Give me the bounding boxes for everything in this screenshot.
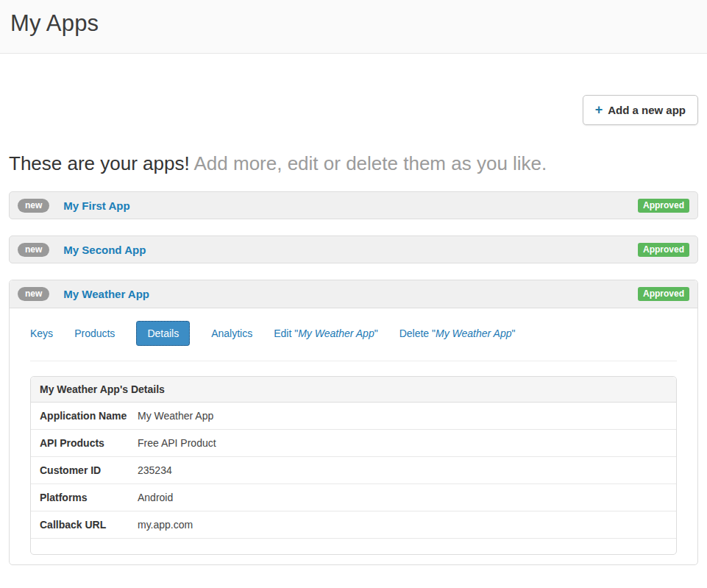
edit-link-suffix: ": [374, 327, 378, 339]
details-table-title: My Weather App's Details: [31, 377, 676, 403]
edit-link-app-name: My Weather App: [298, 327, 374, 339]
tab-details[interactable]: Details: [136, 321, 190, 346]
app-details-table: My Weather App's Details Application Nam…: [30, 376, 677, 555]
detail-label: Application Name: [40, 410, 138, 422]
table-bottom-spacer: [31, 539, 676, 554]
edit-link-prefix: Edit ": [274, 327, 298, 339]
app-link-my-first-app[interactable]: My First App: [63, 199, 129, 212]
detail-label: API Products: [40, 437, 138, 449]
add-new-app-button[interactable]: + Add a new app: [583, 95, 698, 125]
app-row-my-second-app[interactable]: new My Second App Approved: [9, 235, 698, 263]
table-row: API Products Free API Product: [31, 430, 676, 457]
tab-analytics[interactable]: Analytics: [211, 327, 252, 339]
intro-muted-text: Add more, edit or delete them as you lik…: [190, 152, 547, 174]
detail-label: Platforms: [40, 492, 138, 503]
add-new-app-label: Add a new app: [608, 104, 686, 116]
app-link-my-second-app[interactable]: My Second App: [63, 244, 146, 256]
app-tabs: Keys Products Details Analytics Edit "My…: [21, 321, 686, 346]
detail-value: Android: [138, 492, 173, 503]
table-row: Application Name My Weather App: [31, 403, 676, 430]
page-header: My Apps: [0, 0, 707, 54]
detail-value: my.app.com: [138, 519, 193, 531]
plus-icon: +: [595, 105, 603, 115]
main-content: + Add a new app These are your apps! Add…: [0, 95, 707, 565]
tab-products[interactable]: Products: [74, 327, 115, 339]
app-row-my-first-app[interactable]: new My First App Approved: [9, 191, 698, 219]
new-badge: new: [18, 243, 49, 257]
table-row: Callback URL my.app.com: [31, 511, 676, 539]
tabs-separator: [30, 361, 677, 361]
status-badge: Approved: [638, 243, 689, 257]
detail-value: Free API Product: [138, 437, 216, 449]
table-row: Customer ID 235234: [31, 457, 676, 484]
intro-heading: These are your apps! Add more, edit or d…: [9, 152, 698, 175]
intro-strong-text: These are your apps!: [9, 152, 190, 174]
delete-app-link[interactable]: Delete "My Weather App": [399, 327, 516, 339]
delete-link-suffix: ": [512, 327, 516, 339]
edit-app-link[interactable]: Edit "My Weather App": [274, 327, 377, 339]
new-badge: new: [18, 287, 49, 301]
delete-link-app-name: My Weather App: [436, 327, 512, 339]
tab-keys[interactable]: Keys: [30, 327, 53, 339]
app-panel-my-weather-app: new My Weather App Approved Keys Product…: [9, 280, 698, 565]
table-row: Platforms Android: [31, 484, 676, 511]
detail-value: My Weather App: [138, 410, 213, 422]
app-row-my-weather-app[interactable]: new My Weather App Approved: [10, 280, 697, 308]
app-link-my-weather-app[interactable]: My Weather App: [63, 288, 149, 300]
page-title: My Apps: [10, 10, 707, 37]
status-badge: Approved: [638, 287, 689, 301]
detail-label: Callback URL: [40, 519, 138, 531]
detail-label: Customer ID: [40, 464, 138, 476]
app-panel-body: Keys Products Details Analytics Edit "My…: [10, 308, 697, 564]
toolbar: + Add a new app: [9, 95, 698, 125]
delete-link-prefix: Delete ": [399, 327, 436, 339]
detail-value: 235234: [138, 464, 172, 476]
status-badge: Approved: [638, 199, 689, 213]
new-badge: new: [18, 199, 49, 213]
